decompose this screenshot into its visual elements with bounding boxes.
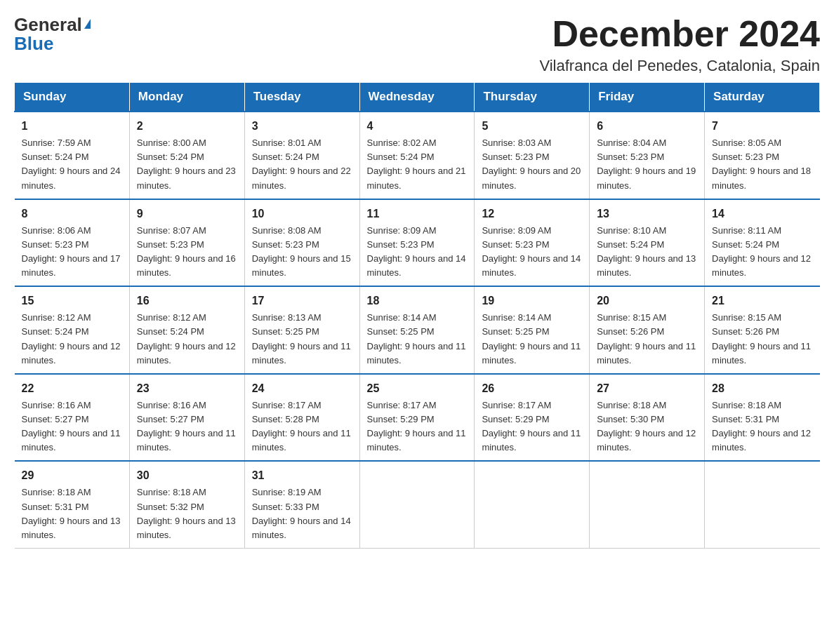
calendar-day-cell: 30Sunrise: 8:18 AMSunset: 5:32 PMDayligh…	[129, 461, 244, 548]
title-block: December 2024 Vilafranca del Penedes, Ca…	[539, 14, 820, 75]
calendar-day-cell: 13Sunrise: 8:10 AMSunset: 5:24 PMDayligh…	[590, 199, 705, 287]
day-sun-info: Sunrise: 8:17 AMSunset: 5:29 PMDaylight:…	[367, 398, 468, 455]
day-sun-info: Sunrise: 8:05 AMSunset: 5:23 PMDaylight:…	[712, 136, 812, 193]
calendar-week-row: 8Sunrise: 8:06 AMSunset: 5:23 PMDaylight…	[15, 199, 820, 287]
day-sun-info: Sunrise: 8:03 AMSunset: 5:23 PMDaylight:…	[482, 136, 582, 193]
calendar-day-cell: 15Sunrise: 8:12 AMSunset: 5:24 PMDayligh…	[15, 286, 130, 374]
weekday-header-wednesday: Wednesday	[359, 83, 475, 112]
day-number: 25	[367, 380, 468, 397]
day-sun-info: Sunrise: 8:15 AMSunset: 5:26 PMDaylight:…	[712, 311, 812, 368]
calendar-day-cell	[359, 461, 475, 548]
day-sun-info: Sunrise: 8:16 AMSunset: 5:27 PMDaylight:…	[137, 398, 237, 455]
day-sun-info: Sunrise: 8:12 AMSunset: 5:24 PMDaylight:…	[22, 311, 122, 368]
day-sun-info: Sunrise: 8:18 AMSunset: 5:30 PMDaylight:…	[597, 398, 697, 455]
calendar-day-cell: 10Sunrise: 8:08 AMSunset: 5:23 PMDayligh…	[244, 199, 359, 287]
weekday-header-saturday: Saturday	[705, 83, 820, 112]
calendar-table: SundayMondayTuesdayWednesdayThursdayFrid…	[14, 82, 820, 549]
day-number: 9	[137, 206, 237, 222]
calendar-week-row: 22Sunrise: 8:16 AMSunset: 5:27 PMDayligh…	[15, 374, 820, 462]
day-sun-info: Sunrise: 8:10 AMSunset: 5:24 PMDaylight:…	[597, 224, 697, 281]
day-sun-info: Sunrise: 8:13 AMSunset: 5:25 PMDaylight:…	[252, 311, 352, 368]
calendar-week-row: 1Sunrise: 7:59 AMSunset: 5:24 PMDaylight…	[15, 112, 820, 199]
weekday-header-sunday: Sunday	[15, 83, 130, 112]
day-sun-info: Sunrise: 8:15 AMSunset: 5:26 PMDaylight:…	[597, 311, 697, 368]
calendar-day-cell: 12Sunrise: 8:09 AMSunset: 5:23 PMDayligh…	[475, 199, 590, 287]
day-number: 19	[482, 293, 582, 309]
day-number: 13	[597, 206, 697, 222]
day-number: 29	[22, 467, 122, 484]
day-sun-info: Sunrise: 8:09 AMSunset: 5:23 PMDaylight:…	[482, 224, 582, 281]
calendar-day-cell: 31Sunrise: 8:19 AMSunset: 5:33 PMDayligh…	[244, 461, 359, 548]
calendar-day-cell: 2Sunrise: 8:00 AMSunset: 5:24 PMDaylight…	[129, 112, 244, 199]
day-number: 7	[712, 118, 812, 135]
weekday-header-tuesday: Tuesday	[244, 83, 359, 112]
day-number: 3	[252, 118, 352, 135]
day-sun-info: Sunrise: 8:09 AMSunset: 5:23 PMDaylight:…	[367, 224, 468, 281]
calendar-day-cell: 18Sunrise: 8:14 AMSunset: 5:25 PMDayligh…	[359, 286, 475, 374]
day-sun-info: Sunrise: 8:18 AMSunset: 5:31 PMDaylight:…	[22, 485, 122, 542]
logo-blue-text: Blue	[14, 33, 53, 55]
day-number: 21	[712, 293, 812, 309]
calendar-day-cell: 4Sunrise: 8:02 AMSunset: 5:24 PMDaylight…	[359, 112, 475, 199]
day-sun-info: Sunrise: 8:18 AMSunset: 5:32 PMDaylight:…	[137, 485, 237, 542]
calendar-day-cell: 25Sunrise: 8:17 AMSunset: 5:29 PMDayligh…	[359, 374, 475, 462]
calendar-day-cell: 27Sunrise: 8:18 AMSunset: 5:30 PMDayligh…	[590, 374, 705, 462]
calendar-day-cell: 28Sunrise: 8:18 AMSunset: 5:31 PMDayligh…	[705, 374, 820, 462]
day-sun-info: Sunrise: 8:17 AMSunset: 5:29 PMDaylight:…	[482, 398, 582, 455]
logo: General Blue	[14, 14, 91, 55]
day-sun-info: Sunrise: 8:14 AMSunset: 5:25 PMDaylight:…	[367, 311, 468, 368]
calendar-day-cell: 23Sunrise: 8:16 AMSunset: 5:27 PMDayligh…	[129, 374, 244, 462]
calendar-day-cell: 6Sunrise: 8:04 AMSunset: 5:23 PMDaylight…	[590, 112, 705, 199]
day-number: 27	[597, 380, 697, 397]
day-number: 14	[712, 206, 812, 222]
calendar-day-cell: 14Sunrise: 8:11 AMSunset: 5:24 PMDayligh…	[705, 199, 820, 287]
day-number: 20	[597, 293, 697, 309]
calendar-day-cell: 21Sunrise: 8:15 AMSunset: 5:26 PMDayligh…	[705, 286, 820, 374]
day-number: 12	[482, 206, 582, 222]
day-number: 6	[597, 118, 697, 135]
day-number: 24	[252, 380, 352, 397]
calendar-day-cell: 1Sunrise: 7:59 AMSunset: 5:24 PMDaylight…	[15, 112, 130, 199]
day-sun-info: Sunrise: 8:01 AMSunset: 5:24 PMDaylight:…	[252, 136, 352, 193]
day-sun-info: Sunrise: 8:08 AMSunset: 5:23 PMDaylight:…	[252, 224, 352, 281]
calendar-week-row: 29Sunrise: 8:18 AMSunset: 5:31 PMDayligh…	[15, 461, 820, 548]
calendar-day-cell: 20Sunrise: 8:15 AMSunset: 5:26 PMDayligh…	[590, 286, 705, 374]
calendar-day-cell: 7Sunrise: 8:05 AMSunset: 5:23 PMDaylight…	[705, 112, 820, 199]
calendar-day-cell: 24Sunrise: 8:17 AMSunset: 5:28 PMDayligh…	[244, 374, 359, 462]
day-number: 11	[367, 206, 468, 222]
day-sun-info: Sunrise: 8:18 AMSunset: 5:31 PMDaylight:…	[712, 398, 812, 455]
day-number: 8	[22, 206, 122, 222]
day-sun-info: Sunrise: 8:07 AMSunset: 5:23 PMDaylight:…	[137, 224, 237, 281]
day-number: 1	[22, 118, 122, 135]
calendar-day-cell: 11Sunrise: 8:09 AMSunset: 5:23 PMDayligh…	[359, 199, 475, 287]
location-title: Vilafranca del Penedes, Catalonia, Spain	[539, 57, 820, 75]
day-number: 5	[482, 118, 582, 135]
calendar-day-cell: 29Sunrise: 8:18 AMSunset: 5:31 PMDayligh…	[15, 461, 130, 548]
day-number: 16	[137, 293, 237, 309]
weekday-header-thursday: Thursday	[475, 83, 590, 112]
day-sun-info: Sunrise: 8:00 AMSunset: 5:24 PMDaylight:…	[137, 136, 237, 193]
calendar-day-cell	[705, 461, 820, 548]
calendar-day-cell: 16Sunrise: 8:12 AMSunset: 5:24 PMDayligh…	[129, 286, 244, 374]
day-sun-info: Sunrise: 8:14 AMSunset: 5:25 PMDaylight:…	[482, 311, 582, 368]
day-number: 15	[22, 293, 122, 309]
day-sun-info: Sunrise: 8:06 AMSunset: 5:23 PMDaylight:…	[22, 224, 122, 281]
day-number: 31	[252, 467, 352, 484]
day-number: 28	[712, 380, 812, 397]
calendar-day-cell: 3Sunrise: 8:01 AMSunset: 5:24 PMDaylight…	[244, 112, 359, 199]
calendar-day-cell	[590, 461, 705, 548]
day-number: 18	[367, 293, 468, 309]
day-number: 2	[137, 118, 237, 135]
calendar-day-cell: 17Sunrise: 8:13 AMSunset: 5:25 PMDayligh…	[244, 286, 359, 374]
month-title: December 2024	[539, 14, 820, 54]
day-sun-info: Sunrise: 7:59 AMSunset: 5:24 PMDaylight:…	[22, 136, 122, 193]
weekday-header-friday: Friday	[590, 83, 705, 112]
calendar-week-row: 15Sunrise: 8:12 AMSunset: 5:24 PMDayligh…	[15, 286, 820, 374]
calendar-day-cell: 22Sunrise: 8:16 AMSunset: 5:27 PMDayligh…	[15, 374, 130, 462]
weekday-header-monday: Monday	[129, 83, 244, 112]
logo-triangle-icon	[84, 19, 91, 29]
calendar-day-cell: 8Sunrise: 8:06 AMSunset: 5:23 PMDaylight…	[15, 199, 130, 287]
day-number: 23	[137, 380, 237, 397]
page-header: General Blue December 2024 Vilafranca de…	[14, 14, 820, 75]
calendar-day-cell: 19Sunrise: 8:14 AMSunset: 5:25 PMDayligh…	[475, 286, 590, 374]
